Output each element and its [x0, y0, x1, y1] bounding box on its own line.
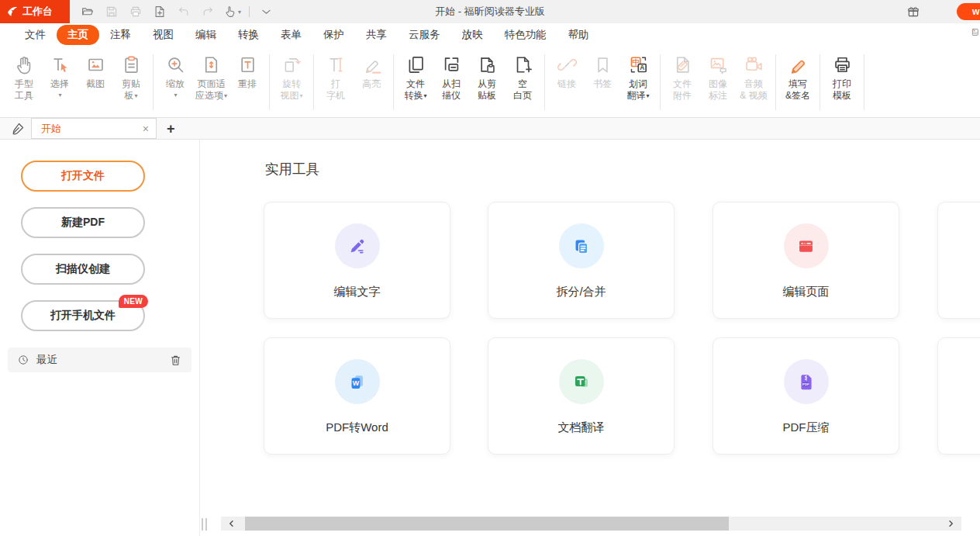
- ribbon-tool-word-translate[interactable]: 中A划词翻译▾: [620, 52, 656, 102]
- annotate-pen-button[interactable]: [9, 119, 27, 138]
- rotate-view-icon: [281, 52, 302, 78]
- menu-item-features[interactable]: 特色功能: [494, 25, 557, 45]
- ribbon-tool-clipboard[interactable]: 剪贴板▾: [113, 52, 149, 102]
- foxit-logo-icon: [6, 5, 19, 18]
- tool-label-line: 划词: [627, 78, 650, 90]
- menu-item-file[interactable]: 文件: [14, 25, 57, 45]
- from-scanner-icon: [441, 52, 462, 78]
- sidebar-button-scanner-create[interactable]: 扫描仪创建: [21, 254, 145, 285]
- tab-close-icon[interactable]: ×: [143, 123, 149, 134]
- menu-item-label: 编辑: [195, 29, 216, 40]
- workspace-button[interactable]: 工作台: [0, 0, 70, 23]
- ribbon-tool-from-scanner[interactable]: 从扫描仪: [433, 52, 469, 102]
- menu-item-convert[interactable]: 转换: [227, 25, 270, 45]
- ribbon-toolbar: 手型工具选择▾截图剪贴板▾缩放▾页面适应选项▾重排旋转视图▾打字机高亮文件转换▾…: [0, 47, 980, 118]
- ribbon-tool-snapshot[interactable]: 截图: [78, 52, 113, 90]
- tool-card-label: 文档翻译: [488, 420, 674, 435]
- tab-start[interactable]: 开始 ×: [31, 118, 157, 139]
- menu-item-edit[interactable]: 编辑: [185, 25, 227, 45]
- ribbon-tool-hand-tool[interactable]: 手型工具: [6, 52, 42, 102]
- ribbon-tool-from-clipboard[interactable]: 从剪贴板: [469, 52, 505, 102]
- tool-label: 页面适应选项▾: [195, 78, 227, 102]
- tool-label: 打字机: [326, 78, 345, 102]
- tool-label-line: 翻译: [627, 90, 646, 101]
- scroll-right-button[interactable]: [940, 517, 961, 531]
- scrollbar-track[interactable]: [221, 517, 961, 531]
- ribbon-tool-rotate-view: 旋转视图▾: [274, 52, 309, 102]
- menu-item-form[interactable]: 表单: [270, 25, 312, 45]
- tool-label-line: 填写: [785, 78, 810, 90]
- chevron-right-icon: [946, 519, 955, 528]
- hand-pointer-mode-button[interactable]: ▾: [223, 2, 241, 21]
- menu-item-view[interactable]: 视图: [142, 25, 185, 45]
- ribbon-tool-fill-sign[interactable]: 填写&签名: [780, 52, 816, 102]
- ribbon-tool-select[interactable]: 选择▾: [42, 52, 78, 102]
- tool-card-doc-translate[interactable]: 文档翻译: [488, 337, 675, 455]
- sidebar-button-open-file[interactable]: 打开文件: [21, 161, 145, 192]
- menu-item-label: 表单: [281, 29, 302, 40]
- ribbon-tool-file-convert[interactable]: 文件转换▾: [398, 52, 433, 102]
- sidebar-splitter-handle[interactable]: [202, 518, 207, 531]
- select-icon: [50, 52, 71, 78]
- scroll-left-button[interactable]: [221, 517, 243, 531]
- blank-page-icon: [512, 52, 533, 78]
- tab-label: 开始: [41, 122, 143, 136]
- ribbon-tool-reflow[interactable]: 重排: [229, 52, 265, 90]
- sidebar-button-new-pdf[interactable]: 新建PDF: [21, 207, 145, 238]
- quill-icon: [10, 121, 26, 137]
- tool-card-partial[interactable]: [937, 202, 980, 319]
- menubar: 文件主页注释视图编辑转换表单保护共享云服务放映特色功能帮助: [0, 23, 980, 47]
- new-page-button[interactable]: [151, 2, 168, 21]
- pdf-compress-icon: PDF: [784, 359, 829, 404]
- tool-card-partial[interactable]: [937, 337, 980, 455]
- tool-card-split-merge[interactable]: 拆分/合并: [488, 202, 675, 319]
- scrollbar-thumb[interactable]: [245, 517, 729, 531]
- tool-label: 划词翻译▾: [627, 78, 650, 102]
- tool-label: 从剪贴板: [478, 78, 496, 102]
- ribbon-tool-blank-page[interactable]: 空白页: [505, 52, 540, 102]
- audio-video-icon: [744, 52, 764, 78]
- svg-text:W: W: [353, 379, 360, 387]
- link-icon: [557, 52, 578, 78]
- menu-item-protect[interactable]: 保护: [312, 25, 355, 45]
- customize-quick-toolbar-button[interactable]: [257, 2, 274, 21]
- dropdown-caret-icon: ▾: [134, 90, 137, 102]
- menu-item-comment[interactable]: 注释: [99, 25, 142, 45]
- ribbon-tool-page-fit-options[interactable]: 页面适应选项▾: [193, 52, 229, 102]
- menu-item-cloud-service[interactable]: 云服务: [398, 25, 451, 45]
- menubar-overflow-button[interactable]: [971, 26, 980, 43]
- menu-item-label: 放映: [462, 29, 483, 40]
- promo-button[interactable]: w: [957, 3, 980, 20]
- tool-card-edit-text[interactable]: 编辑文字: [264, 202, 450, 319]
- tool-card-pdf-compress[interactable]: PDFPDF压缩: [713, 337, 899, 455]
- clock-icon: [17, 354, 29, 366]
- trash-icon[interactable]: [169, 354, 182, 367]
- tool-label-line: 从扫: [442, 78, 461, 90]
- tool-label-line: 视图: [281, 90, 299, 101]
- new-badge: NEW: [119, 295, 148, 308]
- page-fit-options-icon: [201, 52, 222, 78]
- tool-label-line: 音频: [740, 78, 767, 90]
- gift-button[interactable]: [904, 2, 923, 21]
- tool-card-pdf-to-word[interactable]: WPDF转Word: [264, 337, 450, 455]
- new-tab-button[interactable]: +: [167, 122, 175, 136]
- menu-item-help[interactable]: 帮助: [557, 25, 600, 45]
- workspace-label: 工作台: [22, 5, 53, 19]
- recent-row[interactable]: 最近: [8, 348, 192, 372]
- ribbon-tool-image-annotation: 图像标注: [700, 52, 736, 102]
- menu-item-slideshow[interactable]: 放映: [451, 25, 494, 45]
- tool-label: 选择▾: [50, 78, 69, 102]
- sidebar-button-open-mobile-file[interactable]: 打开手机文件NEW: [21, 300, 145, 331]
- tool-label: 重排: [238, 78, 257, 90]
- ribbon-tool-print-template[interactable]: 打印模板: [824, 52, 860, 102]
- ribbon-tool-zoom[interactable]: 缩放▾: [157, 52, 193, 102]
- bookmark-icon: [592, 52, 613, 78]
- menu-item-share[interactable]: 共享: [355, 25, 398, 45]
- ribbon-group-separator: [393, 54, 394, 110]
- ribbon-tool-link: 链接: [549, 52, 585, 90]
- tool-card-edit-pages[interactable]: 编辑页面: [713, 202, 899, 319]
- tool-label-line: 标注: [709, 90, 727, 102]
- sidebar: 最近 打开文件新建PDF扫描仪创建打开手机文件NEW: [0, 140, 200, 536]
- menu-item-home[interactable]: 主页: [57, 25, 99, 45]
- open-button[interactable]: [79, 2, 96, 21]
